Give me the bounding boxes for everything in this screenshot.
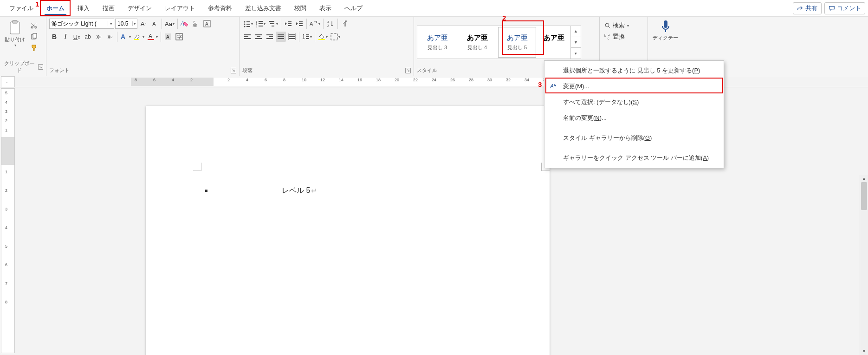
comment-button[interactable]: コメント [824, 2, 865, 14]
ctx-select-all[interactable]: すべて選択: (データなし)(S) [544, 94, 724, 110]
enclose-chars-button[interactable]: A [202, 19, 212, 29]
eraser-a-icon: A [181, 20, 189, 27]
multilevel-list-button[interactable]: ▾ [267, 19, 279, 29]
tab-mailings[interactable]: 差し込み文書 [240, 1, 286, 15]
grow-font-button[interactable]: A^ [138, 19, 149, 29]
align-justify-button[interactable] [276, 32, 286, 42]
menubar: ファイル ホーム 挿入 描画 デザイン レイアウト 参考資料 差し込み文書 校閲… [0, 0, 868, 17]
paste-button[interactable]: 貼り付け ▾ [3, 19, 27, 48]
tab-help[interactable]: ヘルプ [340, 1, 367, 15]
sort-button[interactable]: AZ [325, 19, 336, 29]
vertical-scrollbar[interactable]: ▲ ▼ [860, 175, 868, 355]
increase-indent-button[interactable] [294, 19, 304, 29]
scroll-up-button[interactable]: ▲ [860, 175, 868, 182]
dictate-button[interactable]: ディクテー [651, 19, 680, 42]
clear-formatting-button[interactable]: A [180, 19, 190, 29]
ruler-tick: 2 [5, 188, 7, 193]
decrease-indent-button[interactable] [283, 19, 293, 29]
tab-file[interactable]: ファイル [5, 1, 38, 15]
line-spacing-button[interactable]: ▾ [301, 32, 313, 42]
bullets-button[interactable]: ▾ [242, 19, 254, 29]
document-line[interactable]: レベル 5 ↵ [205, 186, 317, 196]
align-left-button[interactable] [242, 32, 253, 42]
tab-design[interactable]: デザイン [123, 1, 156, 15]
font-dialog-launcher[interactable]: ↘ [231, 68, 236, 73]
font-color-icon: A [147, 33, 155, 40]
ruler-tick: 1 [5, 170, 7, 174]
gallery-more-button[interactable]: ▾ [571, 48, 581, 59]
svg-text:A: A [121, 33, 125, 40]
ruler-tick: 8 [283, 78, 285, 82]
align-right-button[interactable] [265, 32, 275, 42]
scroll-thumb[interactable] [861, 182, 867, 210]
tab-references[interactable]: 参考資料 [203, 1, 237, 15]
tab-view[interactable]: 表示 [315, 1, 336, 15]
style-heading3[interactable]: あア亜 見出し 3 [417, 26, 457, 59]
paragraph-dialog-launcher[interactable]: ↘ [405, 68, 411, 73]
distribute-icon [288, 33, 296, 40]
ctx-modify[interactable]: A 変更(M)... [544, 79, 724, 94]
copy-button[interactable] [29, 32, 39, 42]
ctx-add-to-qat[interactable]: ギャラリーをクイック アクセス ツール バーに追加(A) [544, 150, 724, 166]
text-effects-button[interactable]: A▾ [119, 32, 132, 42]
cut-button[interactable] [29, 20, 39, 31]
italic-button[interactable]: I [60, 32, 71, 42]
shrink-font-button[interactable]: Aˇ [149, 19, 160, 29]
group-paragraph-label: 段落 [242, 67, 253, 74]
phonetic-guide-button[interactable]: ア亜 [191, 19, 201, 29]
scroll-down-button[interactable]: ▼ [860, 348, 868, 355]
change-case-button[interactable]: Aa▾ [164, 19, 175, 29]
clipboard-dialog-launcher[interactable]: ↘ [38, 64, 43, 70]
distribute-button[interactable] [287, 32, 297, 42]
svg-text:A: A [327, 20, 330, 24]
bold-button[interactable]: B [49, 32, 59, 42]
strikethrough-button[interactable]: ab [83, 32, 93, 42]
text-direction-button[interactable]: A▾ [309, 19, 321, 29]
document-area[interactable]: レベル 5 ↵ [16, 87, 868, 355]
underline-button[interactable]: U▾ [71, 32, 82, 42]
tab-layout[interactable]: レイアウト [160, 1, 200, 15]
tab-draw[interactable]: 描画 [98, 1, 119, 15]
char-shading-button[interactable]: A [163, 32, 173, 42]
gallery-down-button[interactable]: ▼ [571, 37, 581, 48]
ctx-update-to-match[interactable]: 選択個所と一致するように 見出し 5 を更新する(P) [544, 63, 724, 79]
align-center-button[interactable] [253, 32, 264, 42]
page[interactable]: レベル 5 ↵ [146, 106, 550, 355]
ruby-icon: ア亜 [192, 20, 200, 27]
font-family-input[interactable] [50, 20, 108, 27]
workspace: 5 4 3 2 1 1 2 3 4 5 6 7 8 レベル 5 ↵ ▲ ▼ [0, 87, 868, 355]
tab-insert[interactable]: 挿入 [73, 1, 94, 15]
tab-review[interactable]: 校閲 [290, 1, 311, 15]
borders-button[interactable]: ▾ [330, 32, 341, 42]
format-painter-button[interactable] [29, 43, 39, 53]
subscript-button[interactable]: x2 [94, 32, 104, 42]
shading-button[interactable]: ▾ [317, 32, 329, 42]
chevron-down-icon[interactable]: ▾ [132, 21, 137, 26]
style-heading6[interactable]: あア亜 見出し [537, 26, 570, 59]
superscript-button[interactable]: x2 [105, 32, 115, 42]
ctx-remove-from-gallery[interactable]: スタイル ギャラリーから削除(G) [544, 130, 724, 146]
ruler-corner[interactable]: ⌐ [1, 76, 15, 87]
svg-rect-33 [272, 26, 274, 26]
show-marks-button[interactable] [340, 19, 350, 29]
font-size-combo[interactable]: ▾ [115, 19, 137, 29]
style-heading4[interactable]: あア亜 見出し 4 [457, 26, 497, 59]
vertical-ruler[interactable]: 5 4 3 2 1 1 2 3 4 5 6 7 8 [1, 88, 15, 353]
ctx-rename[interactable]: 名前の変更(N)... [544, 110, 724, 126]
share-button[interactable]: 共有 [793, 2, 822, 14]
tab-home[interactable]: ホーム [42, 1, 69, 15]
replace-button[interactable]: bc 置換 [602, 32, 627, 42]
font-family-combo[interactable]: ▾ [49, 19, 114, 29]
char-border-button[interactable]: 字 [174, 32, 184, 42]
svg-rect-62 [331, 33, 337, 40]
find-button[interactable]: 検索▾ [602, 20, 631, 31]
style-heading5[interactable]: あア亜 見出し 5 [497, 26, 537, 59]
gallery-up-button[interactable]: ▲ [571, 26, 581, 37]
font-color-button[interactable]: A▾ [146, 32, 159, 42]
font-size-input[interactable] [116, 20, 132, 27]
horizontal-ruler[interactable]: 8 6 4 2 2 4 6 8 10 12 14 16 18 20 22 24 … [15, 78, 868, 86]
style-sample: あア亜 [507, 33, 528, 42]
numbering-button[interactable]: 123▾ [255, 19, 266, 29]
highlight-button[interactable]: ▾ [133, 32, 145, 42]
chevron-down-icon[interactable]: ▾ [108, 21, 114, 26]
